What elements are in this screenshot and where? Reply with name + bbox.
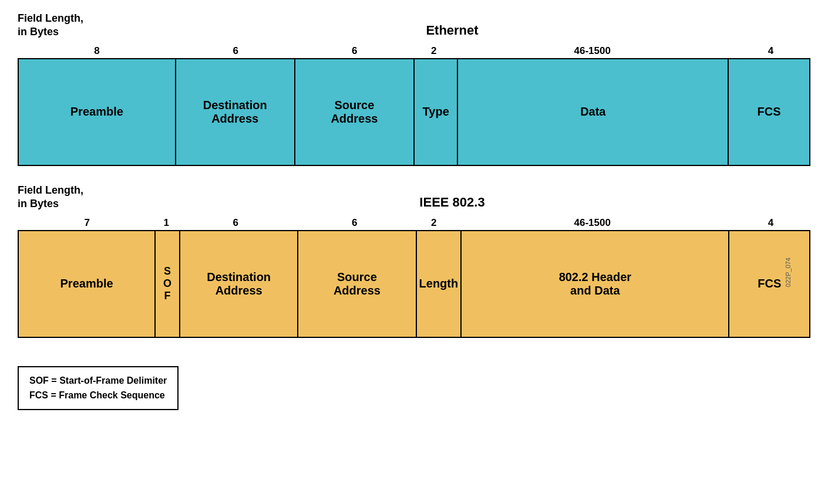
ethernet-section: Field Length, in Bytes Ethernet 8 6 6 2 … [18, 12, 810, 166]
ieee-field-length-label: Field Length, in Bytes [18, 184, 94, 211]
ieee-cell-dest: DestinationAddress [180, 231, 298, 337]
ieee-bl-sof: 1 [156, 217, 176, 229]
ieee8023-title: IEEE 802.3 [94, 195, 810, 210]
ethernet-title: Ethernet [94, 23, 810, 38]
eth-cell-preamble: Preamble [19, 59, 176, 165]
eth-bl-fcs: 4 [731, 45, 810, 57]
ieee-cell-length: Length [417, 231, 462, 337]
eth-field-length-label: Field Length, in Bytes [18, 12, 94, 39]
legend-box: SOF = Start-of-Frame Delimiter FCS = Fra… [18, 366, 179, 410]
eth-byte-labels: 8 6 6 2 46-1500 4 [18, 45, 810, 57]
ieee-cell-sof: SOF [156, 231, 180, 337]
eth-cell-type: Type [415, 59, 458, 165]
ieee8023-section: Field Length, in Bytes IEEE 802.3 7 1 6 … [18, 184, 810, 338]
eth-bl-dest: 6 [176, 45, 295, 57]
ieee-bl-src: 6 [295, 217, 415, 229]
eth-cell-dest: DestinationAddress [176, 59, 295, 165]
ieee-cell-fcs: FCS [729, 231, 809, 337]
eth-bl-type: 2 [414, 45, 454, 57]
ieee-bl-dest: 6 [176, 217, 295, 229]
watermark: 022P_074 [785, 258, 792, 287]
eth-bl-data: 46-1500 [454, 45, 732, 57]
ieee8023-frame: Preamble SOF DestinationAddress SourceAd… [18, 230, 810, 338]
eth-cell-data: Data [458, 59, 729, 165]
ieee-cell-preamble: Preamble [19, 231, 156, 337]
ieee-cell-src: SourceAddress [298, 231, 416, 337]
eth-bl-preamble: 8 [18, 45, 176, 57]
ieee-bl-fcs: 4 [731, 217, 810, 229]
ieee-byte-labels: 7 1 6 6 2 46-1500 4 [18, 217, 810, 229]
legend-line1: SOF = Start-of-Frame Delimiter [29, 373, 167, 388]
ieee-cell-data: 802.2 Headerand Data [462, 231, 729, 337]
eth-cell-src: SourceAddress [295, 59, 415, 165]
ieee-bl-preamble: 7 [18, 217, 156, 229]
eth-cell-fcs: FCS [729, 59, 809, 165]
ethernet-frame: Preamble DestinationAddress SourceAddres… [18, 58, 810, 166]
eth-bl-src: 6 [295, 45, 415, 57]
ieee-bl-data: 46-1500 [454, 217, 732, 229]
ieee-bl-length: 2 [414, 217, 454, 229]
legend-line2: FCS = Frame Check Sequence [29, 388, 167, 403]
